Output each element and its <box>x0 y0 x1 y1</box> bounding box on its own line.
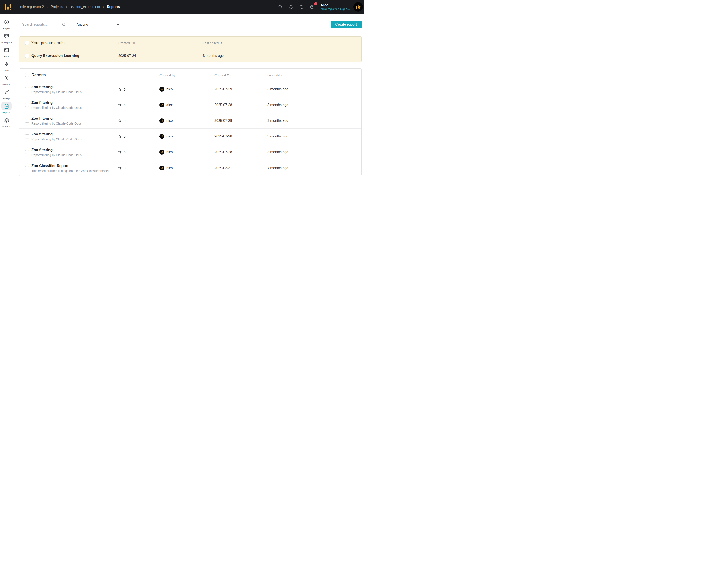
user-menu[interactable]: Nico smle-registries-bug-b… <box>321 3 350 11</box>
search-input[interactable] <box>22 23 62 27</box>
created-by-name: nico <box>166 166 173 170</box>
sidebar: Project Workspace Runs <box>0 14 13 283</box>
lightning-icon <box>1 60 12 68</box>
star-button[interactable]: 0 <box>118 103 125 107</box>
row-checkbox[interactable] <box>25 87 29 91</box>
star-button[interactable]: 0 <box>118 166 125 170</box>
breadcrumb-entity[interactable]: smle-reg-team-2 <box>19 5 44 9</box>
avatar <box>159 118 164 123</box>
avatar <box>159 166 164 170</box>
star-icon <box>118 103 122 107</box>
report-subtitle: Report filtering by Claude Code Opus <box>31 106 82 109</box>
row-checkbox[interactable] <box>25 134 29 138</box>
toolbar: Anyone Create report <box>19 20 362 29</box>
report-subtitle: Report filtering by Claude Code Opus <box>31 153 82 157</box>
report-row[interactable]: Zoo Classifier Report This report outlin… <box>19 160 361 176</box>
sidebar-item-sweeps[interactable]: Sweeps <box>0 88 12 100</box>
star-count: 0 <box>124 150 125 154</box>
broom-icon <box>1 88 12 96</box>
last-edited-cell: 3 months ago <box>267 150 288 154</box>
sidebar-item-runs[interactable]: Runs <box>0 46 12 58</box>
created-by-name: nico <box>166 150 173 154</box>
sort-ascending-icon: ↑ <box>285 73 287 77</box>
star-icon <box>118 134 122 139</box>
last-edited-cell: 3 months ago <box>267 103 288 107</box>
search-icon <box>62 22 66 27</box>
star-icon <box>118 166 122 170</box>
row-checkbox[interactable] <box>25 54 29 58</box>
author-filter-select[interactable]: Anyone <box>73 20 123 29</box>
created-by-name: nico <box>166 134 173 138</box>
select-all-drafts-checkbox[interactable] <box>25 41 29 45</box>
created-by-name: alex <box>166 103 173 107</box>
star-button[interactable]: 0 <box>118 119 125 123</box>
breadcrumb-current-reports[interactable]: Reports <box>107 5 120 9</box>
row-checkbox[interactable] <box>25 119 29 123</box>
star-button[interactable]: 0 <box>118 134 125 139</box>
row-checkbox[interactable] <box>25 150 29 154</box>
sidebar-item-project[interactable]: Project <box>0 18 12 30</box>
reports-card: Reports Created by Created On Last edite… <box>19 68 362 176</box>
row-checkbox[interactable] <box>25 103 29 107</box>
help-icon[interactable] <box>308 3 317 11</box>
breadcrumb-separator: › <box>47 5 48 9</box>
star-count: 0 <box>124 119 125 123</box>
report-row[interactable]: Zoo filtering Report filtering by Claude… <box>19 113 361 129</box>
star-icon <box>118 87 122 91</box>
star-button[interactable]: 0 <box>118 87 125 91</box>
last-edited-cell: 3 months ago <box>267 87 288 91</box>
drafts-header-row: Your private drafts Created On Last edit… <box>19 37 361 49</box>
created-on-cell: 2025-07-29 <box>214 87 232 91</box>
sidebar-item-reports[interactable]: Reports <box>0 102 12 114</box>
avatar <box>159 134 164 139</box>
created-by-cell: nico <box>159 87 173 92</box>
avatar <box>159 150 164 155</box>
star-icon <box>118 150 122 154</box>
created-by-cell: nico <box>159 166 173 170</box>
report-row[interactable]: Zoo filtering Report filtering by Claude… <box>19 97 361 113</box>
report-row[interactable]: Zoo filtering Report filtering by Claude… <box>19 129 361 144</box>
drafts-last-edited-header[interactable]: Last edited ↑ <box>203 41 222 45</box>
report-title: Zoo filtering <box>31 116 82 121</box>
team-people-icon <box>70 5 74 9</box>
search-box <box>19 20 69 29</box>
created-by-cell: alex <box>159 103 173 107</box>
star-button[interactable]: 0 <box>118 150 125 154</box>
sidebar-item-workspace[interactable]: Workspace <box>0 32 12 44</box>
report-row[interactable]: Zoo filtering Report filtering by Claude… <box>19 144 361 160</box>
draft-title: Query Expression Learning <box>31 54 79 58</box>
row-checkbox[interactable] <box>25 166 29 170</box>
user-team: smle-registries-bug-b… <box>321 7 350 11</box>
search-icon[interactable] <box>276 3 285 11</box>
reports-created-on-header: Created On <box>214 73 231 77</box>
breadcrumb: smle-reg-team-2 › Projects › zoo_experim… <box>19 5 120 9</box>
wandb-logo-icon[interactable] <box>4 3 12 11</box>
chevron-down-icon <box>117 24 119 25</box>
sidebar-item-artifacts[interactable]: Artifacts <box>0 116 12 128</box>
sidebar-item-jobs[interactable]: Jobs <box>0 60 12 72</box>
runs-table-icon <box>1 46 12 54</box>
last-edited-cell: 3 months ago <box>267 119 288 123</box>
created-by-name: nico <box>166 119 173 123</box>
report-title: Zoo Classifier Report <box>31 164 109 168</box>
reports-last-edited-header[interactable]: Last edited ↑ <box>267 73 287 77</box>
sort-ascending-icon: ↑ <box>220 41 222 45</box>
sync-icon[interactable] <box>297 3 306 11</box>
report-title: Zoo filtering <box>31 85 82 89</box>
draft-row[interactable]: Query Expression Learning 2025-07-24 3 m… <box>19 49 361 62</box>
report-row[interactable]: Zoo filtering Report filtering by Claude… <box>19 81 361 97</box>
created-on-cell: 2025-07-28 <box>214 103 232 107</box>
breadcrumb-project[interactable]: zoo_experiment <box>70 5 100 9</box>
bell-icon[interactable] <box>287 3 295 11</box>
sidebar-item-automations[interactable]: Automat. <box>0 74 12 86</box>
select-all-reports-checkbox[interactable] <box>25 73 29 77</box>
created-by-name: nico <box>166 87 173 91</box>
avatar[interactable] <box>353 2 363 12</box>
report-subtitle: Report filtering by Claude Code Opus <box>31 90 82 94</box>
info-icon <box>1 18 12 26</box>
create-report-button[interactable]: Create report <box>331 21 362 28</box>
star-count: 0 <box>124 166 125 170</box>
report-subtitle: Report filtering by Claude Code Opus <box>31 137 82 141</box>
breadcrumb-projects[interactable]: Projects <box>51 5 63 9</box>
clipboard-icon <box>1 102 12 110</box>
